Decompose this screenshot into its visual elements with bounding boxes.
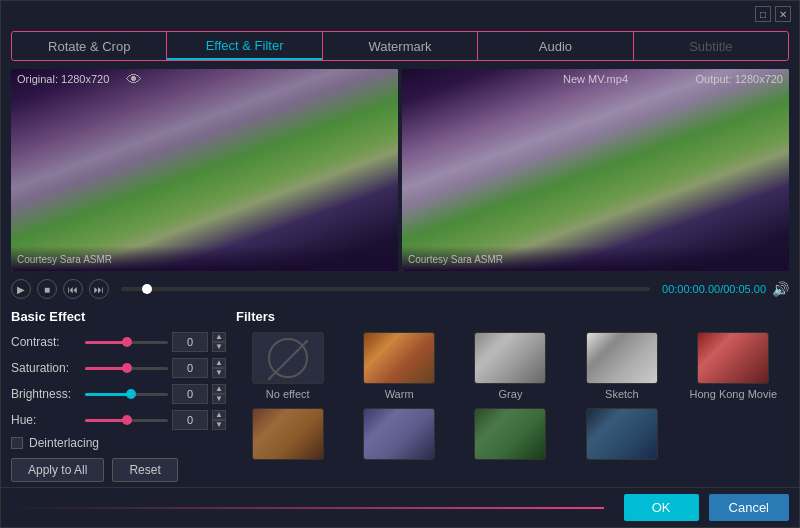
contrast-up[interactable]: ▲ bbox=[212, 332, 226, 342]
filter-sketch[interactable]: Sketch bbox=[570, 332, 673, 400]
tab-bar: Rotate & Crop Effect & Filter Watermark … bbox=[11, 31, 789, 61]
filters-title: Filters bbox=[236, 309, 789, 324]
preview-right-label: Output: 1280x720 bbox=[696, 73, 783, 85]
filter-hk-movie[interactable]: Hong Kong Movie bbox=[682, 332, 785, 400]
basic-effect-title: Basic Effect bbox=[11, 309, 226, 324]
hue-up[interactable]: ▲ bbox=[212, 410, 226, 420]
play-button[interactable]: ▶ bbox=[11, 279, 31, 299]
eye-icon[interactable]: 👁 bbox=[126, 71, 142, 89]
filters-panel: Filters No effect Warm bbox=[236, 309, 789, 481]
controls-bar: ▶ ■ ⏮ ⏭ 00:00:00.00/00:05.00 🔊 bbox=[1, 275, 799, 303]
saturation-fill bbox=[85, 367, 127, 370]
bottom-content: Basic Effect Contrast: 0 ▲ ▼ Satura bbox=[1, 303, 799, 487]
preview-area: Original: 1280x720 👁 Courtesy Sara ASMR … bbox=[1, 65, 799, 275]
deinterlacing-row: Deinterlacing bbox=[11, 436, 226, 450]
saturation-row: Saturation: 0 ▲ ▼ bbox=[11, 358, 226, 378]
next-frame-button[interactable]: ⏭ bbox=[89, 279, 109, 299]
volume-icon[interactable]: 🔊 bbox=[772, 281, 789, 297]
brightness-up[interactable]: ▲ bbox=[212, 384, 226, 394]
brightness-label: Brightness: bbox=[11, 387, 81, 401]
saturation-slider[interactable] bbox=[85, 360, 168, 376]
no-effect-circle bbox=[268, 338, 308, 378]
brightness-track bbox=[85, 393, 168, 396]
filter-row2-3[interactable] bbox=[459, 408, 562, 464]
tab-subtitle: Subtitle bbox=[634, 32, 788, 60]
hue-fill bbox=[85, 419, 127, 422]
filter-thumb-gray bbox=[474, 332, 546, 384]
contrast-thumb[interactable] bbox=[122, 337, 132, 347]
minimize-button[interactable]: □ bbox=[755, 6, 771, 22]
deinterlacing-checkbox[interactable] bbox=[11, 437, 23, 449]
brightness-slider[interactable] bbox=[85, 386, 168, 402]
brightness-spinner: ▲ ▼ bbox=[212, 384, 226, 404]
brightness-value: 0 bbox=[172, 384, 208, 404]
video-thumb-right: Courtesy Sara ASMR bbox=[402, 69, 789, 271]
filters-grid: No effect Warm Gray Sketch bbox=[236, 332, 789, 464]
preview-filename: New MV.mp4 bbox=[563, 73, 628, 85]
filter-thumb-no-effect bbox=[252, 332, 324, 384]
tab-audio[interactable]: Audio bbox=[478, 32, 632, 60]
filter-gray[interactable]: Gray bbox=[459, 332, 562, 400]
progress-bar[interactable] bbox=[121, 287, 650, 291]
video-thumb-left: Courtesy Sara ASMR bbox=[11, 69, 398, 271]
saturation-thumb[interactable] bbox=[122, 363, 132, 373]
filter-thumb-row2-2 bbox=[363, 408, 435, 460]
contrast-row: Contrast: 0 ▲ ▼ bbox=[11, 332, 226, 352]
filter-row2-4[interactable] bbox=[570, 408, 673, 464]
hue-slider[interactable] bbox=[85, 412, 168, 428]
cancel-button[interactable]: Cancel bbox=[709, 494, 789, 521]
tab-rotate-crop[interactable]: Rotate & Crop bbox=[12, 32, 166, 60]
ok-button[interactable]: OK bbox=[624, 494, 699, 521]
preview-right: New MV.mp4 Output: 1280x720 Courtesy Sar… bbox=[402, 69, 789, 271]
filter-label-warm: Warm bbox=[385, 388, 414, 400]
saturation-track bbox=[85, 367, 168, 370]
filter-warm[interactable]: Warm bbox=[347, 332, 450, 400]
brightness-row: Brightness: 0 ▲ ▼ bbox=[11, 384, 226, 404]
hue-value: 0 bbox=[172, 410, 208, 430]
saturation-label: Saturation: bbox=[11, 361, 81, 375]
title-bar: □ ✕ bbox=[1, 1, 799, 27]
saturation-down[interactable]: ▼ bbox=[212, 368, 226, 378]
saturation-spinner: ▲ ▼ bbox=[212, 358, 226, 378]
hue-track bbox=[85, 419, 168, 422]
contrast-label: Contrast: bbox=[11, 335, 81, 349]
brightness-down[interactable]: ▼ bbox=[212, 394, 226, 404]
contrast-slider[interactable] bbox=[85, 334, 168, 350]
tab-watermark[interactable]: Watermark bbox=[323, 32, 477, 60]
arrow-line bbox=[11, 507, 604, 509]
contrast-value: 0 bbox=[172, 332, 208, 352]
filter-thumb-row2-1 bbox=[252, 408, 324, 460]
watermark-left: Courtesy Sara ASMR bbox=[17, 254, 112, 265]
no-effect-line bbox=[267, 339, 308, 380]
filter-row2-1[interactable] bbox=[236, 408, 339, 464]
time-display: 00:00:00.00/00:05.00 bbox=[662, 283, 766, 295]
watermark-right: Courtesy Sara ASMR bbox=[408, 254, 503, 265]
saturation-up[interactable]: ▲ bbox=[212, 358, 226, 368]
progress-thumb[interactable] bbox=[142, 284, 152, 294]
hue-spinner: ▲ ▼ bbox=[212, 410, 226, 430]
preview-left: Original: 1280x720 👁 Courtesy Sara ASMR bbox=[11, 69, 398, 271]
filter-row2-2[interactable] bbox=[347, 408, 450, 464]
contrast-down[interactable]: ▼ bbox=[212, 342, 226, 352]
filter-no-effect[interactable]: No effect bbox=[236, 332, 339, 400]
prev-frame-button[interactable]: ⏮ bbox=[63, 279, 83, 299]
reset-button[interactable]: Reset bbox=[112, 458, 177, 482]
hue-down[interactable]: ▼ bbox=[212, 420, 226, 430]
close-button[interactable]: ✕ bbox=[775, 6, 791, 22]
filter-label-sketch: Sketch bbox=[605, 388, 639, 400]
filter-thumb-sketch bbox=[586, 332, 658, 384]
preview-left-label: Original: 1280x720 bbox=[17, 73, 109, 85]
bottom-action-bar: OK Cancel bbox=[1, 487, 799, 527]
video-bg-right bbox=[402, 69, 789, 271]
apply-to-all-button[interactable]: Apply to All bbox=[11, 458, 104, 482]
main-window: □ ✕ Rotate & Crop Effect & Filter Waterm… bbox=[0, 0, 800, 528]
hue-thumb[interactable] bbox=[122, 415, 132, 425]
brightness-thumb[interactable] bbox=[126, 389, 136, 399]
contrast-track bbox=[85, 341, 168, 344]
brightness-fill bbox=[85, 393, 131, 396]
hue-row: Hue: 0 ▲ ▼ bbox=[11, 410, 226, 430]
stop-button[interactable]: ■ bbox=[37, 279, 57, 299]
filter-label-hk: Hong Kong Movie bbox=[690, 388, 777, 400]
hue-label: Hue: bbox=[11, 413, 81, 427]
tab-effect-filter[interactable]: Effect & Filter bbox=[167, 32, 321, 60]
